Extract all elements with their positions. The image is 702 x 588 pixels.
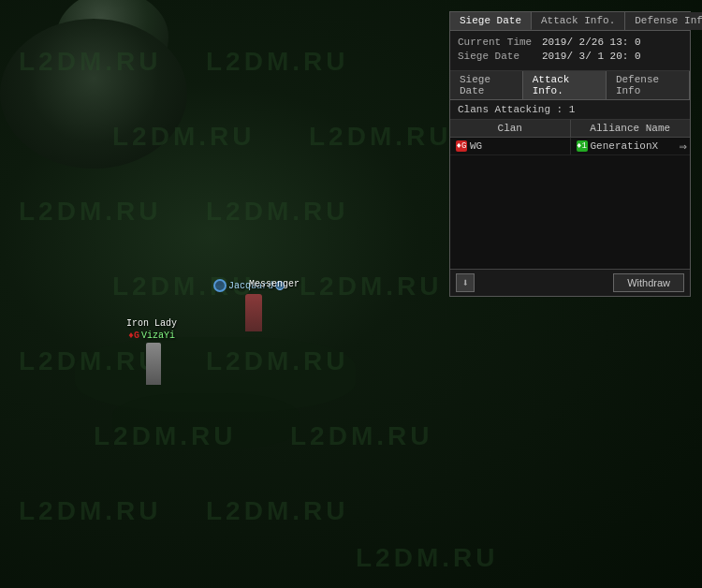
column-header-alliance: Alliance Name	[571, 120, 691, 137]
siege-date-label: Siege Date	[458, 51, 542, 62]
tab-attack-info-top[interactable]: Attack Info.	[532, 12, 625, 30]
scroll-down-icon: ⬇	[461, 276, 468, 290]
ironlady-name-label: Iron Lady	[126, 318, 177, 329]
top-tab-row: Siege Date Attack Info. Defense Info	[450, 12, 690, 31]
ground-patch-2	[112, 393, 300, 449]
terrain-rock-2	[0, 19, 187, 169]
watermark-2: L2DM.RU	[206, 47, 348, 77]
tab-siege-date-top[interactable]: Siege Date	[450, 12, 532, 30]
messenger-icon	[213, 279, 227, 292]
clans-attacking-label: Clans Attacking : 1	[450, 100, 690, 120]
panel-footer: ⬇ Withdraw	[450, 269, 690, 296]
alliance-icon: ♦1	[577, 140, 588, 152]
siege-date-value: 2019/ 3/ 1 20: 0	[542, 51, 641, 62]
table-body: ♦G WG ♦1 GenerationX ⇒	[450, 138, 690, 269]
table-row[interactable]: ♦G WG ♦1 GenerationX ⇒	[450, 138, 690, 155]
siege-panel: Siege Date Attack Info. Defense Info Cur…	[449, 11, 691, 297]
clan-icon: ♦G	[456, 140, 467, 152]
messenger-body	[245, 294, 262, 331]
tab-defense-info-top[interactable]: Defense Info	[625, 12, 702, 30]
inner-tab-attack-info[interactable]: Attack Info.	[523, 71, 607, 99]
character-messenger: Messenger Jacquard	[213, 279, 285, 331]
alliance-cell: ♦1 GenerationX ⇒	[571, 138, 691, 154]
game-background: L2DM.RU L2DM.RU L2DM.RU L2DM.RU L2DM.RU …	[0, 0, 702, 588]
watermark-6: L2DM.RU	[206, 197, 348, 227]
alliance-name: GenerationX	[591, 140, 659, 152]
row-arrow-icon: ⇒	[680, 139, 687, 154]
ironlady-clan-icon: ♦G	[128, 331, 139, 341]
current-time-value: 2019/ 2/26 13: 0	[542, 37, 641, 48]
ironlady-subname-label: VizaYi	[141, 331, 175, 341]
watermark-14: L2DM.RU	[206, 496, 348, 526]
current-time-row: Current Time 2019/ 2/26 13: 0	[458, 37, 682, 48]
current-time-label: Current Time	[458, 37, 542, 48]
character-ironlady: Iron Lady ♦G VizaYi	[126, 314, 177, 385]
inner-tab-siege-date[interactable]: Siege Date	[450, 71, 523, 99]
clan-cell: ♦G WG	[450, 138, 571, 154]
watermark-8: L2DM.RU	[300, 272, 442, 301]
siege-date-row: Siege Date 2019/ 3/ 1 20: 0	[458, 51, 682, 62]
siege-date-section: Current Time 2019/ 2/26 13: 0 Siege Date…	[450, 31, 690, 71]
table-header: Clan Alliance Name	[450, 120, 690, 138]
withdraw-button[interactable]: Withdraw	[613, 273, 684, 292]
watermark-15: L2DM.RU	[356, 543, 498, 573]
watermark-5: L2DM.RU	[19, 197, 161, 227]
clan-name: WG	[470, 140, 482, 152]
messenger-name-label: Messenger	[249, 279, 300, 289]
watermark-13: L2DM.RU	[19, 496, 161, 526]
scroll-down-button[interactable]: ⬇	[456, 273, 475, 292]
inner-tab-defense-info[interactable]: Defense Info	[607, 71, 690, 99]
column-header-clan: Clan	[450, 120, 571, 137]
ironlady-body	[146, 343, 161, 385]
inner-tab-row: Siege Date Attack Info. Defense Info	[450, 71, 690, 100]
watermark-4: L2DM.RU	[309, 122, 451, 152]
watermark-12: L2DM.RU	[290, 421, 432, 451]
